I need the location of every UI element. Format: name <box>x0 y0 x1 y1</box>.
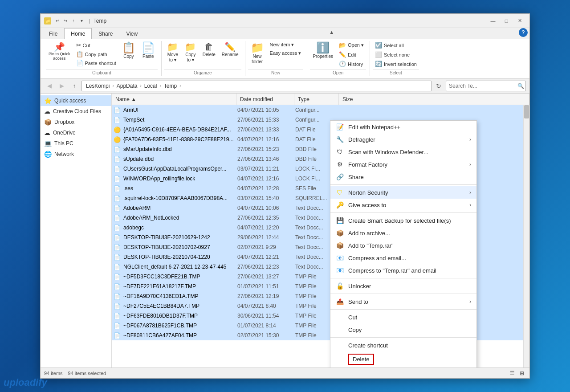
col-name-header[interactable]: Name ▲ <box>112 94 236 105</box>
context-menu-item[interactable]: ⚙ Format Factory › <box>330 158 476 171</box>
col-date-header[interactable]: Date modified <box>236 94 294 105</box>
cut-button[interactable]: ✂ Cut <box>74 41 118 49</box>
address-path[interactable]: LesKompi › AppData › Local › Temp › <box>81 81 432 91</box>
context-menu-item[interactable]: Rename <box>330 367 476 368</box>
refresh-button[interactable]: ↻ <box>433 81 444 91</box>
rename-button[interactable]: ✏️ Rename <box>219 41 241 59</box>
sidebar-item-this-pc[interactable]: 💻 This PC <box>41 138 111 149</box>
context-menu-item[interactable]: Delete <box>330 351 476 367</box>
col-size-header[interactable]: Size <box>339 94 529 105</box>
context-menu-item[interactable]: 🔓 Unlocker <box>330 280 476 292</box>
tiles-view-button[interactable]: ⊞ <box>518 369 526 377</box>
new-label: New <box>248 69 304 75</box>
crumb-leskompi[interactable]: LesKompi <box>85 82 111 90</box>
tab-home[interactable]: Home <box>64 28 92 39</box>
context-menu-item[interactable]: 📧 Compress to "Temp.rar" and email <box>330 264 476 277</box>
back-button[interactable]: ◀ <box>44 81 55 91</box>
file-date: 01/07/2021 8:14 <box>237 323 295 329</box>
ctx-label: Unlocker <box>348 283 471 290</box>
new-item-button[interactable]: New item ▾ <box>268 41 304 49</box>
copy-path-button[interactable]: 📋 Copy path <box>74 50 118 58</box>
paste-button[interactable]: 📄 Paste <box>139 41 158 61</box>
scrollbar-thumb[interactable] <box>524 105 529 118</box>
sidebar-item-creative-cloud[interactable]: ☁ Creative Cloud Files <box>41 106 111 117</box>
context-menu-item[interactable]: 📦 Add to "Temp.rar" <box>330 239 476 252</box>
copy-button[interactable]: 📋 Copy <box>119 41 138 61</box>
file-date: 04/07/2021 12:20 <box>237 225 295 231</box>
properties-button[interactable]: ℹ️ Properties <box>310 41 336 61</box>
file-name: ~DF80811CB6A427AF04.TMP <box>123 332 237 339</box>
history-icon: 🕐 <box>339 61 346 67</box>
context-menu-item[interactable]: 💾 Create Smart Backup for selected file(… <box>330 214 476 227</box>
undo-btn[interactable]: ↩ <box>54 17 61 24</box>
history-button[interactable]: 🕐 History <box>337 60 366 68</box>
context-menu-item[interactable]: Copy <box>330 323 476 336</box>
easy-access-button[interactable]: Easy access ▾ <box>268 49 304 57</box>
sidebar-item-network[interactable]: 🌐 Network <box>41 149 111 159</box>
ribbon-content: 📌 Pin to Quickaccess ✂ Cut 📋 Copy path <box>41 39 529 78</box>
select-none-button[interactable]: ⬜ Select none <box>373 50 419 59</box>
crumb-local[interactable]: Local <box>143 82 159 90</box>
invert-selection-button[interactable]: 🔄 Invert selection <box>373 60 419 68</box>
context-menu-item[interactable]: 🛡 Scan with Windows Defender... <box>330 146 476 158</box>
tab-file[interactable]: File <box>42 28 64 39</box>
file-date: 04/07/2021 12:21 <box>237 254 295 260</box>
tab-view[interactable]: View <box>119 28 144 39</box>
new-buttons: 📁 Newfolder New item ▾ Easy access ▾ <box>248 41 304 68</box>
edit-button[interactable]: ✏️ Edit <box>337 50 366 59</box>
tab-share[interactable]: Share <box>92 28 119 39</box>
tb-dropdown[interactable]: ▾ <box>78 17 85 24</box>
col-type-header[interactable]: Type <box>294 94 339 105</box>
new-folder-button[interactable]: 📁 Newfolder <box>248 41 267 66</box>
organize-group: 📁 Moveto ▾ 📁 Copyto ▾ 🗑 Delete ✏️ Rename <box>163 41 245 76</box>
copy-to-button[interactable]: 📁 Copyto ▾ <box>182 41 199 64</box>
context-menu-item[interactable]: 🔗 Share <box>330 171 476 183</box>
file-date: 04/07/2021 8:40 <box>237 303 295 309</box>
context-menu-item[interactable]: 📧 Compress and email... <box>330 252 476 264</box>
maximize-button[interactable]: □ <box>500 16 513 26</box>
context-menu-item[interactable]: 📤 Send to › <box>330 295 476 308</box>
move-to-button[interactable]: 📁 Moveto ▾ <box>164 41 181 64</box>
file-name: TempSet <box>123 117 237 123</box>
sidebar-item-dropbox[interactable]: 📦 Dropbox <box>41 117 111 127</box>
context-menu-item[interactable]: 🔑 Give access to › <box>330 199 476 211</box>
up-btn[interactable]: ↑ <box>70 17 77 24</box>
close-button[interactable]: ✕ <box>513 16 526 26</box>
select-small-btns: ☑️ Select all ⬜ Select none 🔄 Invert sel… <box>373 41 419 68</box>
new-small-btns: New item ▾ Easy access ▾ <box>268 41 304 57</box>
cut-label: Cut <box>83 43 90 48</box>
scrollbar-vertical[interactable] <box>523 105 529 368</box>
context-menu-item[interactable]: 🔧 Defraggler › <box>330 133 476 146</box>
minimize-button[interactable]: — <box>487 16 499 26</box>
crumb-appdata[interactable]: AppData <box>115 82 139 90</box>
search-input[interactable] <box>449 83 516 89</box>
context-menu-item[interactable]: 📝 Edit with Notepad++ <box>330 121 476 133</box>
context-menu-item[interactable]: 📦 Add to archive... <box>330 227 476 239</box>
help-button[interactable]: ? <box>519 28 528 37</box>
file-name: {A01A5495-C916-4EEA-BEA5-DB84E21AF... <box>123 127 237 133</box>
paste-shortcut-button[interactable]: 📄 Paste shortcut <box>74 59 118 67</box>
pin-quick-access-button[interactable]: 📌 Pin to Quickaccess <box>46 41 73 62</box>
context-menu-separator <box>330 278 476 278</box>
crumb-temp[interactable]: Temp <box>163 82 178 90</box>
search-icon[interactable]: 🔍 <box>517 83 524 89</box>
table-row[interactable]: 📄 ArmUI 04/07/2021 10:05 Configur... <box>112 105 529 115</box>
sidebar-item-onedrive[interactable]: ☁ OneDrive <box>41 127 111 138</box>
open-button[interactable]: 📂 Open ▾ <box>337 41 366 49</box>
sidebar-item-quick-access[interactable]: ⭐ Quick access <box>41 95 111 106</box>
context-menu-item[interactable]: 🛡 Norton Security › <box>330 186 476 199</box>
details-view-button[interactable]: ☰ <box>508 369 516 377</box>
delete-button[interactable]: 🗑 Delete <box>200 41 218 59</box>
search-box[interactable]: 🔍 <box>446 81 526 91</box>
ribbon-collapse-btn[interactable]: ▲ <box>328 28 336 36</box>
forward-button[interactable]: ▶ <box>57 81 67 91</box>
paste-shortcut-icon: 📄 <box>76 60 83 66</box>
context-menu-item[interactable]: Create shortcut <box>330 339 476 351</box>
edit-icon: ✏️ <box>339 51 346 58</box>
context-menu-item[interactable]: Cut <box>330 311 476 323</box>
submenu-arrow: › <box>469 136 471 143</box>
file-icon: 📄 <box>114 205 122 212</box>
up-directory-button[interactable]: ↑ <box>69 81 80 91</box>
redo-btn[interactable]: ↪ <box>62 17 69 24</box>
select-all-button[interactable]: ☑️ Select all <box>373 41 419 49</box>
